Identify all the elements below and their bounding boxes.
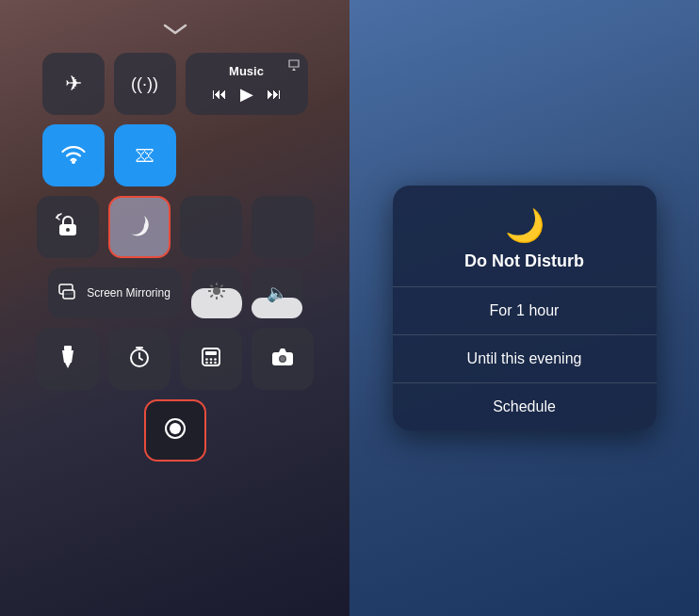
camera-icon (271, 348, 294, 371)
screen-record-button[interactable] (144, 399, 206, 462)
wifi-button[interactable] (42, 124, 105, 186)
dnd-schedule-option[interactable]: Schedule (393, 383, 657, 430)
svg-marker-14 (62, 350, 73, 363)
wifi-icon (60, 143, 87, 169)
moon-icon (126, 212, 153, 243)
dnd-until-this-evening-option[interactable]: Until this evening (393, 335, 657, 383)
dnd-popup-title: Do Not Disturb (464, 251, 584, 271)
dnd-popup-header: 🌙 Do Not Disturb (393, 186, 657, 287)
lock-moon-row (28, 196, 321, 258)
play-button[interactable]: ▶ (240, 84, 253, 105)
svg-point-1 (66, 228, 70, 232)
screen-lock-button[interactable] (37, 196, 99, 258)
svg-rect-13 (64, 346, 72, 350)
airplane-mode-button[interactable]: ✈ (42, 53, 105, 115)
left-panel: ✈ ((·)) (0, 0, 350, 616)
do-not-disturb-button[interactable] (108, 196, 171, 258)
dnd-for-1-hour-option[interactable]: For 1 hour (393, 287, 657, 335)
brightness-slider[interactable] (191, 267, 242, 318)
timer-icon (128, 346, 151, 373)
screen-lock-icon (56, 213, 80, 242)
screen-mirroring-label: Screen Mirroring (87, 286, 171, 300)
right-panel: 🌙 Do Not Disturb For 1 hour Until this e… (350, 0, 699, 616)
unused-button-1[interactable] (180, 196, 242, 258)
screen-mirroring-button[interactable]: Screen Mirroring (48, 267, 182, 318)
connectivity-music-row: ✈ ((·)) (28, 53, 321, 186)
camera-button[interactable] (252, 328, 314, 390)
music-title: Music (229, 64, 264, 78)
do-not-disturb-popup: 🌙 Do Not Disturb For 1 hour Until this e… (393, 186, 657, 430)
dnd-moon-icon: 🌙 (505, 206, 545, 244)
chevron-down-icon[interactable] (161, 23, 189, 36)
svg-point-24 (214, 361, 217, 364)
svg-rect-3 (63, 290, 74, 299)
svg-marker-15 (65, 363, 71, 368)
svg-point-22 (205, 361, 208, 364)
svg-rect-18 (205, 351, 217, 355)
unused-button-2[interactable] (252, 196, 314, 258)
svg-point-4 (213, 287, 220, 295)
svg-point-21 (214, 358, 217, 361)
music-widget[interactable]: Music ⏮ ▶ ⏭ (186, 53, 308, 115)
brightness-icon (207, 282, 226, 304)
dnd-popup-container: 🌙 Do Not Disturb For 1 hour Until this e… (393, 186, 657, 430)
volume-icon: 🔈 (267, 283, 287, 303)
screen-mirroring-icon (58, 284, 79, 303)
svg-point-19 (205, 358, 208, 361)
next-track-button[interactable]: ⏭ (267, 86, 282, 103)
airplane-icon: ✈ (65, 72, 82, 96)
music-controls: ⏮ ▶ ⏭ (212, 84, 282, 105)
svg-line-11 (220, 285, 222, 287)
svg-point-23 (209, 361, 212, 364)
airplay-icon (287, 58, 301, 74)
svg-line-12 (210, 295, 212, 297)
volume-slider[interactable]: 🔈 (252, 267, 302, 318)
utilities-row (28, 328, 321, 390)
svg-point-27 (280, 356, 284, 361)
svg-point-20 (209, 358, 212, 361)
wifi-signal-icon: ((·)) (131, 74, 158, 94)
mirroring-sliders-row: Screen Mirroring (28, 267, 321, 318)
record-icon (164, 417, 187, 445)
timer-button[interactable] (108, 328, 171, 390)
flashlight-icon (61, 346, 74, 373)
calculator-icon (201, 347, 221, 372)
bluetooth-icon: ⯴ (135, 143, 155, 168)
record-row (28, 399, 321, 462)
flashlight-button[interactable] (37, 328, 99, 390)
svg-line-10 (220, 295, 222, 297)
wifi-signal-button[interactable]: ((·)) (114, 53, 176, 115)
svg-point-29 (170, 423, 181, 434)
prev-track-button[interactable]: ⏮ (212, 86, 227, 103)
bluetooth-button[interactable]: ⯴ (114, 124, 176, 186)
svg-line-9 (210, 285, 212, 287)
calculator-button[interactable] (180, 328, 242, 390)
control-grid: ✈ ((·)) (28, 53, 321, 462)
